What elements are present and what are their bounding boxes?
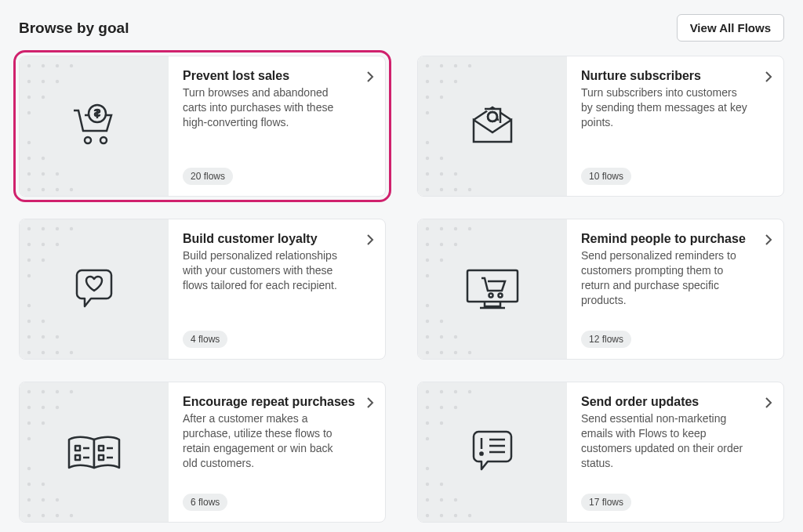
card-icon-area bbox=[20, 382, 169, 522]
goal-card-nurture-subscribers[interactable]: Nurture subscribers Turn subscribers int… bbox=[417, 56, 784, 197]
svg-point-60 bbox=[27, 351, 31, 354]
svg-point-53 bbox=[27, 274, 31, 277]
svg-point-46 bbox=[56, 227, 59, 230]
svg-point-87 bbox=[27, 390, 31, 393]
svg-point-88 bbox=[42, 390, 45, 393]
envelope-at-icon bbox=[467, 101, 518, 151]
svg-point-83 bbox=[468, 351, 471, 354]
svg-point-129 bbox=[454, 514, 457, 517]
svg-point-103 bbox=[27, 514, 31, 517]
svg-point-54 bbox=[27, 304, 31, 307]
svg-point-128 bbox=[440, 514, 443, 517]
svg-point-49 bbox=[42, 243, 45, 246]
svg-point-90 bbox=[70, 390, 73, 393]
svg-point-106 bbox=[70, 514, 73, 517]
goal-card-remind-purchase[interactable]: Remind people to purchase Send personali… bbox=[417, 219, 784, 360]
svg-point-13 bbox=[27, 172, 31, 176]
card-description: After a customer makes a purchase, utili… bbox=[183, 411, 371, 471]
svg-point-75 bbox=[426, 320, 429, 323]
chevron-right-icon bbox=[366, 396, 374, 409]
card-icon-area bbox=[418, 56, 567, 196]
chevron-right-icon bbox=[765, 71, 772, 83]
svg-point-51 bbox=[27, 259, 31, 262]
svg-point-126 bbox=[454, 498, 457, 501]
svg-point-122 bbox=[426, 483, 429, 486]
catalog-book-icon bbox=[64, 430, 124, 474]
flow-count-badge: 17 flows bbox=[581, 494, 631, 511]
svg-point-14 bbox=[42, 172, 45, 176]
svg-point-0 bbox=[27, 64, 31, 67]
svg-point-16 bbox=[27, 188, 31, 191]
flow-count-badge: 4 flows bbox=[183, 331, 227, 348]
svg-point-58 bbox=[42, 335, 45, 338]
svg-point-89 bbox=[56, 390, 59, 393]
chevron-right-icon bbox=[765, 396, 772, 409]
svg-point-119 bbox=[440, 422, 443, 425]
chevron-right-icon bbox=[366, 71, 374, 83]
goal-card-repeat-purchases[interactable]: Encourage repeat purchases After a custo… bbox=[19, 382, 386, 523]
svg-point-63 bbox=[70, 351, 73, 354]
svg-point-102 bbox=[56, 498, 59, 501]
svg-point-19 bbox=[70, 188, 73, 191]
svg-point-11 bbox=[27, 157, 31, 160]
chevron-right-icon bbox=[366, 233, 374, 246]
svg-point-12 bbox=[42, 157, 45, 160]
heart-bubble-icon bbox=[69, 264, 119, 314]
svg-point-3 bbox=[70, 64, 73, 67]
svg-point-91 bbox=[27, 406, 31, 409]
card-icon-area bbox=[20, 219, 169, 359]
card-content: Send order updates Send essential non-ma… bbox=[567, 382, 783, 522]
card-icon-area bbox=[20, 56, 169, 196]
svg-point-5 bbox=[42, 80, 45, 83]
svg-point-120 bbox=[426, 437, 429, 440]
svg-point-24 bbox=[440, 64, 443, 67]
svg-point-1 bbox=[42, 64, 45, 67]
flow-count-badge: 20 flows bbox=[183, 168, 233, 185]
svg-point-115 bbox=[426, 406, 429, 409]
svg-point-93 bbox=[56, 406, 59, 409]
svg-point-82 bbox=[454, 351, 457, 354]
goal-card-order-updates[interactable]: Send order updates Send essential non-ma… bbox=[417, 382, 784, 523]
card-title: Nurture subscribers bbox=[581, 69, 769, 83]
svg-point-20 bbox=[85, 137, 91, 143]
svg-point-35 bbox=[440, 157, 443, 160]
svg-point-78 bbox=[440, 335, 443, 338]
svg-point-48 bbox=[27, 243, 31, 246]
svg-point-70 bbox=[454, 243, 457, 246]
svg-point-117 bbox=[454, 406, 457, 409]
goal-grid: Prevent lost sales Turn browses and aban… bbox=[19, 56, 784, 523]
svg-point-8 bbox=[42, 96, 45, 99]
svg-point-116 bbox=[440, 406, 443, 409]
svg-point-32 bbox=[426, 111, 429, 114]
card-title: Send order updates bbox=[581, 395, 769, 409]
svg-point-113 bbox=[454, 390, 457, 393]
svg-point-18 bbox=[56, 188, 59, 191]
svg-point-114 bbox=[468, 390, 471, 393]
svg-point-65 bbox=[440, 227, 443, 230]
svg-point-67 bbox=[468, 227, 471, 230]
svg-point-31 bbox=[440, 96, 443, 99]
svg-point-38 bbox=[454, 172, 457, 176]
svg-point-97 bbox=[27, 467, 31, 470]
svg-point-105 bbox=[56, 514, 59, 517]
svg-point-47 bbox=[70, 227, 73, 230]
svg-point-50 bbox=[56, 243, 59, 246]
view-all-flows-button[interactable]: View All Flows bbox=[677, 14, 784, 42]
goal-card-prevent-lost-sales[interactable]: Prevent lost sales Turn browses and aban… bbox=[19, 56, 386, 197]
goal-card-build-loyalty[interactable]: Build customer loyalty Build personalize… bbox=[19, 219, 386, 360]
svg-point-95 bbox=[42, 422, 45, 425]
svg-point-64 bbox=[426, 227, 429, 230]
svg-point-27 bbox=[426, 80, 429, 83]
svg-point-77 bbox=[426, 335, 429, 338]
card-icon-area bbox=[418, 219, 567, 359]
card-title: Build customer loyalty bbox=[183, 232, 371, 246]
card-icon-area bbox=[418, 382, 567, 522]
svg-point-124 bbox=[426, 498, 429, 501]
flow-count-badge: 12 flows bbox=[581, 331, 631, 348]
svg-point-39 bbox=[426, 188, 429, 191]
svg-point-74 bbox=[426, 304, 429, 307]
svg-point-25 bbox=[454, 64, 457, 67]
svg-point-45 bbox=[42, 227, 45, 230]
svg-point-61 bbox=[42, 351, 45, 354]
svg-point-130 bbox=[468, 514, 471, 517]
